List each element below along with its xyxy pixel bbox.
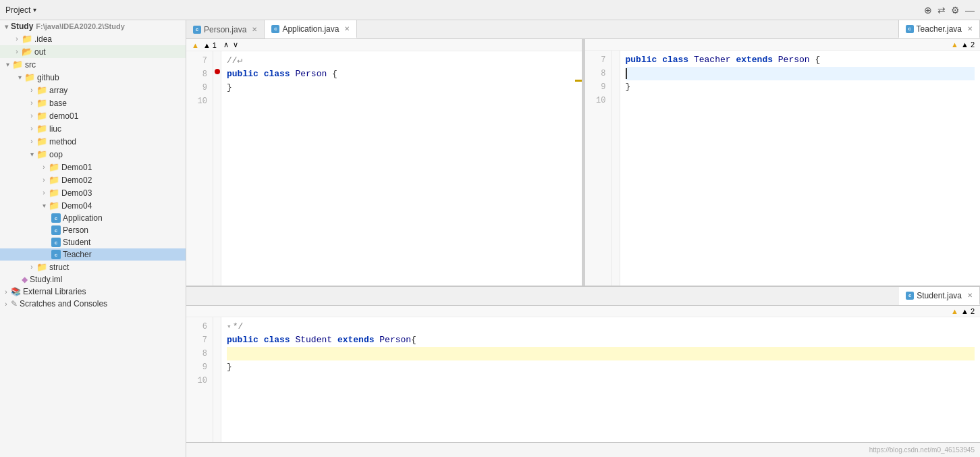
folder-icon: 📂 bbox=[22, 47, 32, 57]
code-line: } bbox=[626, 80, 975, 94]
chevron-icon: ▾ bbox=[3, 61, 12, 68]
chevron-icon: › bbox=[1, 288, 11, 296]
sidebar-item-external-libraries[interactable]: › 📚 External Libraries bbox=[0, 286, 186, 298]
status-bar: https://blog.csdn.net/m0_46153945 bbox=[186, 442, 980, 457]
teacher-editor[interactable]: ▲ ▲ 2 7 8 9 10 public bbox=[585, 39, 981, 286]
java-tab-icon: c bbox=[271, 25, 279, 33]
tab-label: Application.java bbox=[282, 24, 339, 34]
scratches-icon: ✎ bbox=[11, 299, 18, 308]
line-numbers: 6 7 8 9 10 bbox=[186, 317, 213, 442]
tab-label: Teacher.java bbox=[917, 24, 962, 34]
sidebar-label: External Libraries bbox=[23, 287, 86, 296]
iml-icon: ◆ bbox=[22, 275, 28, 284]
sidebar-item-demo02-class[interactable]: › 📁 Demo02 bbox=[0, 173, 186, 186]
editor-toolbar-teacher: ▲ ▲ 2 bbox=[585, 39, 981, 51]
top-bar: Project ▾ ⊕ ⇄ ⚙ — bbox=[0, 0, 980, 20]
sidebar-label: Teacher bbox=[63, 250, 92, 259]
chevron-icon: › bbox=[27, 263, 36, 271]
top-tab-bar: c Person.java ✕ c Application.java ✕ c T… bbox=[186, 20, 980, 39]
sidebar-item-application[interactable]: c Application bbox=[0, 212, 186, 224]
minimize-icon[interactable]: — bbox=[965, 5, 975, 16]
code-content-student[interactable]: 6 7 8 9 10 ▾ */ bbox=[186, 317, 980, 442]
sidebar: ▾ Study F:\java\IDEA2020.2\Study › 📁 .id… bbox=[0, 20, 186, 457]
breakpoint-marker bbox=[215, 69, 220, 74]
tab-label: Person.java bbox=[204, 25, 246, 34]
student-editor[interactable]: ▲ ▲ 2 6 7 8 9 10 ▾ bbox=[186, 306, 980, 442]
sidebar-root[interactable]: ▾ Study F:\java\IDEA2020.2\Study bbox=[0, 20, 186, 32]
warning-icon: ▲ bbox=[192, 41, 199, 49]
top-editor-pane: ▲ ▲ 1 ∧ ∨ 7 8 9 10 bbox=[186, 39, 980, 286]
folder-icon: 📁 bbox=[49, 162, 59, 172]
folder-icon: 📁 bbox=[36, 262, 47, 272]
tab-application[interactable]: c Application.java ✕ bbox=[265, 20, 357, 38]
project-menu[interactable]: Project ▾ bbox=[5, 5, 36, 15]
tab-student[interactable]: c Student.java ✕ bbox=[899, 287, 980, 305]
chevron-icon: › bbox=[27, 86, 36, 94]
url-text: https://blog.csdn.net/m0_46153945 bbox=[869, 446, 975, 454]
sidebar-item-demo01[interactable]: › 📁 demo01 bbox=[0, 109, 186, 122]
sidebar-item-teacher[interactable]: c Teacher bbox=[0, 248, 186, 261]
sidebar-label: oop bbox=[49, 150, 63, 159]
sidebar-item-idea[interactable]: › 📁 .idea bbox=[0, 32, 186, 45]
code-lines-student[interactable]: ▾ */ public class Student extends bbox=[221, 317, 980, 442]
tab-close-button[interactable]: ✕ bbox=[967, 25, 973, 32]
code-lines-person[interactable]: // ↵ public class Person { bbox=[221, 51, 582, 286]
folder-icon: 📁 bbox=[12, 59, 23, 70]
sidebar-item-array[interactable]: › 📁 array bbox=[0, 84, 186, 97]
java-tab-icon: c bbox=[906, 25, 914, 33]
sidebar-item-out[interactable]: › 📂 out bbox=[0, 45, 186, 58]
nav-up[interactable]: ∧ bbox=[223, 41, 229, 49]
code-line: public class Teacher extends Person { bbox=[626, 53, 975, 67]
sidebar-item-base[interactable]: › 📁 base bbox=[0, 97, 186, 109]
sidebar-item-demo01-class[interactable]: › 📁 Demo01 bbox=[0, 161, 186, 173]
sidebar-label: Demo03 bbox=[61, 188, 92, 198]
external-lib-icon: 📚 bbox=[11, 287, 21, 296]
editor-toolbar: ▲ ▲ 1 ∧ ∨ bbox=[186, 39, 582, 51]
chevron-down-icon: ▾ bbox=[33, 6, 36, 14]
sidebar-item-study-iml[interactable]: ◆ Study.iml bbox=[0, 273, 186, 286]
target-icon[interactable]: ⊕ bbox=[924, 5, 932, 16]
warning-icon: ▲ bbox=[951, 307, 958, 315]
sidebar-item-demo04-class[interactable]: ▾ 📁 Demo04 bbox=[0, 199, 186, 212]
code-content-person[interactable]: 7 8 9 10 bbox=[186, 51, 582, 286]
tab-spacer bbox=[357, 20, 898, 38]
sidebar-item-src[interactable]: ▾ 📁 src bbox=[0, 58, 186, 71]
chevron-icon: › bbox=[1, 300, 11, 308]
settings-icon[interactable]: ⚙ bbox=[951, 5, 960, 16]
sidebar-item-method[interactable]: › 📁 method bbox=[0, 135, 186, 148]
gutter bbox=[612, 51, 620, 286]
code-line: public class Person { bbox=[227, 68, 576, 81]
sidebar-item-struct[interactable]: › 📁 struct bbox=[0, 261, 186, 273]
code-content-teacher[interactable]: 7 8 9 10 public class bbox=[585, 51, 981, 286]
sidebar-item-oop[interactable]: ▾ 📁 oop bbox=[0, 148, 186, 161]
sidebar-label: Application bbox=[63, 213, 103, 223]
editor-toolbar-student: ▲ ▲ 2 bbox=[186, 306, 980, 317]
folder-icon: 📁 bbox=[49, 188, 59, 198]
java-class-icon: c bbox=[51, 238, 61, 247]
collapse-icon[interactable]: ⇄ bbox=[937, 5, 946, 16]
chevron-icon: ▾ bbox=[39, 202, 49, 209]
tab-teacher[interactable]: c Teacher.java ✕ bbox=[898, 20, 980, 38]
bottom-tab-bar: c Student.java ✕ bbox=[186, 287, 980, 306]
sidebar-item-demo03-class[interactable]: › 📁 Demo03 bbox=[0, 186, 186, 199]
sidebar-item-person[interactable]: c Person bbox=[0, 224, 186, 236]
code-lines-teacher[interactable]: public class Teacher extends Person { bbox=[620, 51, 981, 286]
bottom-editor-pane: c Student.java ✕ ▲ ▲ 2 6 7 8 9 bbox=[186, 287, 980, 442]
folder-icon: 📁 bbox=[36, 111, 47, 121]
scroll-marker bbox=[575, 80, 582, 82]
chevron-icon: ▾ bbox=[1, 23, 11, 30]
sidebar-item-github[interactable]: ▾ 📁 github bbox=[0, 71, 186, 84]
tab-person[interactable]: c Person.java ✕ bbox=[186, 20, 265, 38]
tab-spacer bbox=[186, 287, 899, 305]
tab-close-button[interactable]: ✕ bbox=[252, 26, 257, 33]
sidebar-item-liuc[interactable]: › 📁 liuc bbox=[0, 122, 186, 135]
sidebar-item-scratches[interactable]: › ✎ Scratches and Consoles bbox=[0, 298, 186, 310]
tab-close-button[interactable]: ✕ bbox=[344, 25, 350, 32]
code-line: // ↵ bbox=[227, 54, 576, 68]
folder-icon: 📁 bbox=[36, 98, 47, 108]
person-editor[interactable]: ▲ ▲ 1 ∧ ∨ 7 8 9 10 bbox=[186, 39, 582, 286]
folder-icon: 📁 bbox=[24, 72, 35, 82]
nav-down[interactable]: ∨ bbox=[233, 41, 238, 49]
tab-close-button[interactable]: ✕ bbox=[967, 292, 973, 299]
sidebar-item-student[interactable]: c Student bbox=[0, 236, 186, 248]
